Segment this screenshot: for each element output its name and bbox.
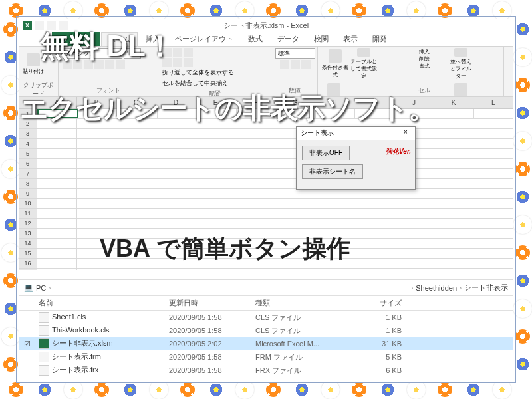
- cell[interactable]: [37, 269, 77, 270]
- cell[interactable]: [196, 269, 236, 270]
- cell[interactable]: [275, 189, 315, 198]
- dialog-titlebar[interactable]: シート表示 ×: [297, 127, 415, 140]
- cell[interactable]: [235, 219, 275, 228]
- number-format-select[interactable]: 標準: [275, 48, 315, 59]
- cell[interactable]: [116, 189, 156, 198]
- align-bot-icon[interactable]: [184, 48, 193, 57]
- cell[interactable]: [235, 129, 275, 138]
- cell[interactable]: [434, 149, 474, 158]
- cell[interactable]: [37, 159, 77, 168]
- close-button[interactable]: ×: [400, 128, 411, 138]
- cell[interactable]: [473, 249, 513, 258]
- cell[interactable]: [394, 199, 434, 208]
- cell[interactable]: [473, 209, 513, 218]
- cell[interactable]: [37, 129, 77, 138]
- cell[interactable]: [275, 269, 315, 270]
- cell[interactable]: [37, 239, 77, 248]
- cell[interactable]: [37, 149, 77, 158]
- cell[interactable]: [196, 209, 236, 218]
- row-header[interactable]: 10: [19, 199, 37, 208]
- cell[interactable]: [354, 199, 394, 208]
- cell[interactable]: [37, 169, 77, 178]
- cell[interactable]: [315, 209, 355, 218]
- cell[interactable]: [156, 199, 196, 208]
- header-size[interactable]: サイズ: [355, 298, 408, 308]
- cell[interactable]: [156, 219, 196, 228]
- align-right-icon[interactable]: [184, 58, 193, 67]
- cell[interactable]: [434, 179, 474, 188]
- cell[interactable]: [156, 269, 196, 270]
- cell[interactable]: [77, 219, 117, 228]
- cell[interactable]: [116, 269, 156, 270]
- row-header[interactable]: 5: [19, 149, 37, 158]
- cell[interactable]: [354, 249, 394, 258]
- column-header[interactable]: K: [434, 97, 474, 108]
- cell[interactable]: [37, 199, 77, 208]
- breadcrumb[interactable]: 💻 PC › › Sheethidden › シート非表示: [19, 280, 513, 296]
- cell[interactable]: [116, 159, 156, 168]
- cell[interactable]: [235, 269, 275, 270]
- cell[interactable]: [156, 139, 196, 148]
- cell[interactable]: [394, 219, 434, 228]
- cell[interactable]: [394, 249, 434, 258]
- file-row[interactable]: シート表示.frm 2020/09/05 1:58 FRM ファイル 5 KB: [19, 350, 513, 364]
- cell[interactable]: [354, 239, 394, 248]
- cell[interactable]: [235, 159, 275, 168]
- insert-button[interactable]: 挿入: [419, 48, 430, 55]
- cell[interactable]: [77, 209, 117, 218]
- bc-mid[interactable]: Sheethidden: [416, 284, 457, 292]
- tab-view[interactable]: 表示: [336, 32, 364, 46]
- cell[interactable]: [434, 229, 474, 238]
- cell[interactable]: [434, 139, 474, 148]
- cell[interactable]: [156, 179, 196, 188]
- percent-icon[interactable]: [291, 60, 300, 69]
- cell[interactable]: [116, 149, 156, 158]
- sort-filter-button[interactable]: 並べ替えとフィルター: [448, 48, 473, 80]
- column-header[interactable]: L: [473, 97, 513, 108]
- header-name[interactable]: 名前: [36, 298, 169, 308]
- cond-format-button[interactable]: 条件付き書式: [322, 48, 348, 80]
- file-row[interactable]: Sheet1.cls 2020/09/05 1:58 CLS ファイル 1 KB: [19, 311, 513, 324]
- cell[interactable]: [235, 139, 275, 148]
- cell[interactable]: [473, 119, 513, 128]
- cell[interactable]: [473, 189, 513, 198]
- bc-leaf[interactable]: シート非表示: [464, 283, 508, 293]
- row-header[interactable]: 14: [19, 239, 37, 248]
- cell[interactable]: [37, 179, 77, 188]
- cell[interactable]: [473, 179, 513, 188]
- cell[interactable]: [473, 169, 513, 178]
- header-type[interactable]: 種類: [255, 298, 355, 308]
- cell[interactable]: [196, 199, 236, 208]
- cell[interactable]: [434, 109, 473, 118]
- cell[interactable]: [116, 169, 156, 178]
- tab-pagelayout[interactable]: ページレイアウト: [168, 32, 240, 46]
- cell[interactable]: [434, 199, 474, 208]
- cell[interactable]: [196, 179, 236, 188]
- header-date[interactable]: 更新日時: [169, 298, 255, 308]
- format-button[interactable]: 書式: [419, 63, 430, 70]
- cell[interactable]: [394, 269, 434, 270]
- cell[interactable]: [434, 129, 474, 138]
- cell[interactable]: [77, 179, 117, 188]
- cell[interactable]: [275, 219, 315, 228]
- cell[interactable]: [77, 149, 117, 158]
- cell[interactable]: [473, 139, 513, 148]
- cell[interactable]: [37, 259, 77, 268]
- cell[interactable]: [315, 199, 355, 208]
- cell[interactable]: [354, 189, 394, 198]
- file-row[interactable]: シート表示.frx 2020/09/05 1:58 FRX ファイル 6 KB: [19, 364, 513, 377]
- cell[interactable]: [156, 149, 196, 158]
- row-header[interactable]: 11: [19, 209, 37, 218]
- hide-off-button[interactable]: 非表示OFF: [302, 146, 350, 160]
- bc-root[interactable]: PC: [36, 284, 46, 292]
- cell[interactable]: [473, 199, 513, 208]
- cell[interactable]: [434, 219, 474, 228]
- cell[interactable]: [354, 229, 394, 238]
- cell[interactable]: [394, 229, 434, 238]
- cell[interactable]: [116, 199, 156, 208]
- cell[interactable]: [354, 259, 394, 268]
- cell[interactable]: [196, 169, 236, 178]
- cell[interactable]: [394, 259, 434, 268]
- cell[interactable]: [473, 129, 513, 138]
- tab-formulas[interactable]: 数式: [241, 32, 269, 46]
